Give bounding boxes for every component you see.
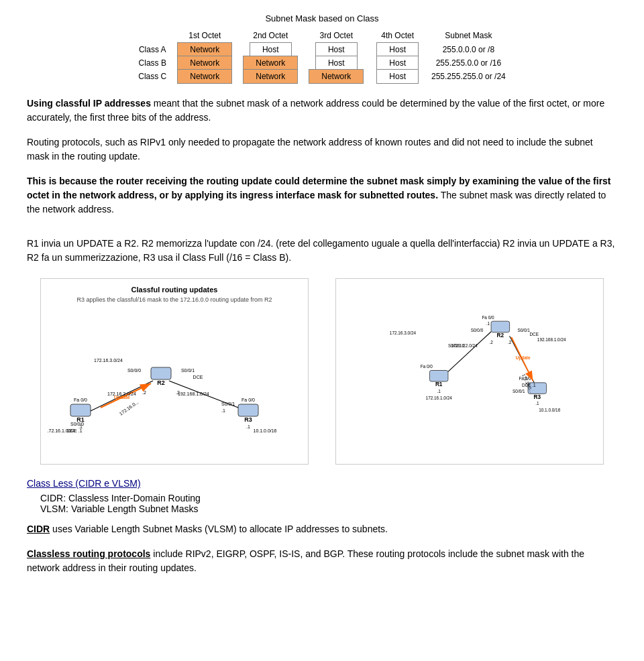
svg-text:10.1.0.0/16: 10.1.0.0/16 — [253, 428, 276, 433]
svg-text:S0/0/1: S0/0/1 — [181, 368, 195, 373]
svg-text:.1: .1 — [535, 401, 539, 406]
para2-text: Routing protocols, such as RIPv1 only ne… — [27, 137, 593, 162]
net-label-r2: 172.16.3.0/24 — [390, 330, 417, 335]
col-header-3rd: 3rd Octet — [303, 29, 369, 43]
classless-para1: CIDR uses Variable Length Subnet Masks (… — [27, 522, 617, 536]
class-a-mask: 255.0.0.0 or /8 — [426, 43, 511, 56]
dce-label3-left: S0/0/1 — [221, 402, 235, 406]
classless-list: CIDR: Classless Inter-Domain Routing VLS… — [40, 493, 617, 514]
router-r1-right: R1 Fa 0/0 .1 172.16.1.0/24 — [421, 364, 452, 400]
vlsm-item: VLSM: Variable Length Subnet Masks — [40, 503, 617, 514]
diagram-svg-left: R1 Fa 0/0 .1 172.16.1.0/24 R2 S0/0/0 S0/… — [48, 308, 301, 456]
svg-text:.2: .2 — [489, 340, 493, 345]
svg-text:.1: .1 — [246, 424, 250, 429]
diagram-subtitle: R3 applies the classful/16 mask to the 1… — [48, 296, 301, 303]
s0-label-right: S0/0/0 .2 — [448, 343, 466, 348]
cidr-bold: CIDR — [27, 524, 50, 534]
classless-title: Class Less (CIDR e VLSM) — [27, 478, 617, 489]
table-row-class-b: Class B Network Network Host Host 255.25… — [133, 56, 511, 70]
cidr-text: uses Variable Length Subnet Masks (VLSM)… — [50, 524, 388, 534]
svg-text:172.16.1.0/24: 172.16.1.0/24 — [426, 396, 453, 400]
svg-rect-21 — [491, 321, 510, 333]
class-a-col4: Host — [376, 42, 419, 57]
col-header-empty — [133, 29, 172, 43]
paragraph-3: This is because the router receiving the… — [27, 174, 617, 217]
svg-text:.2: .2 — [508, 340, 512, 345]
diagram-container: Classful routing updates R3 applies the … — [27, 278, 617, 465]
paragraph-2: Routing protocols, such as RIPv1 only ne… — [27, 135, 617, 164]
class-a-col1: Network — [177, 42, 232, 57]
network-label-3: 192.168.1.0/24 — [178, 392, 209, 396]
paragraph-1: Using classful IP addresses meant that t… — [27, 97, 617, 125]
svg-rect-2 — [70, 404, 91, 416]
class-a-label: Class A — [133, 43, 172, 56]
svg-text:.2: .2 — [142, 390, 146, 395]
classless-protocols-bold: Classless routing protocols — [27, 548, 150, 559]
class-a-col2: Host — [250, 42, 292, 57]
svg-text:Fa 0/0: Fa 0/0 — [74, 398, 87, 402]
class-c-col4: Host — [376, 69, 419, 84]
class-b-col1: Network — [177, 56, 232, 70]
class-a-col3: Host — [315, 42, 358, 57]
router-r2-right: R2 Fa 0/0 .1 S0/0/0 S0/0/1 DCE .2 .2 — [471, 315, 539, 345]
network-label-2: 172.16.3.0/24 — [94, 358, 123, 363]
subnet-table-section: Subnet Mask based on Class 1st Octet 2nd… — [27, 13, 617, 83]
class-c-col2: Network — [243, 69, 298, 84]
net-label-r3: 192.168.1.0/24 — [537, 337, 566, 342]
diagram-title: Classful routing updates — [48, 286, 301, 294]
svg-rect-30 — [429, 371, 448, 382]
update-label-right: Update — [516, 355, 531, 361]
classless-para2: Classless routing protocols include RIPv… — [27, 547, 617, 575]
svg-text:R2: R2 — [497, 333, 504, 339]
svg-text:.1: .1 — [486, 321, 490, 326]
line-r2-r1-right — [448, 332, 491, 372]
svg-text:10.1.0.0/16: 10.1.0.0/16 — [539, 408, 560, 412]
svg-text:S0/0/0: S0/0/0 — [471, 328, 484, 333]
class-c-label: Class C — [133, 70, 172, 83]
svg-text:R3: R3 — [534, 394, 541, 400]
col-header-4th: 4th Octet — [369, 29, 426, 43]
diagram-right: R2 Fa 0/0 .1 S0/0/0 S0/0/1 DCE .2 .2 R1 … — [335, 278, 604, 465]
router-r2-left: R2 S0/0/0 S0/0/1 DCE .2 .2 — [127, 367, 203, 395]
para1-bold: Using classful IP addresses — [27, 98, 151, 109]
subnet-table-title: Subnet Mask based on Class — [27, 13, 617, 23]
class-c-col3: Network — [309, 69, 364, 84]
svg-text:S0/0/0: S0/0/0 — [127, 368, 141, 373]
table-row-class-c: Class C Network Network Network Host 255… — [133, 70, 511, 83]
svg-text:S0/0/1: S0/0/1 — [517, 328, 530, 333]
class-c-mask: 255.255.255.0 or /24 — [426, 70, 511, 83]
svg-text:DCE: DCE — [193, 375, 203, 379]
svg-text:R1: R1 — [435, 381, 443, 387]
svg-text:Fa 0/0: Fa 0/0 — [421, 364, 433, 369]
table-row-class-a: Class A Network Host Host Host 255.0.0.0… — [133, 43, 511, 56]
col-header-mask: Subnet Mask — [426, 29, 511, 43]
network-label-1: 172.16.2.0/24 — [107, 392, 136, 396]
dce-label-left: S0/0/0 — [70, 422, 84, 426]
col-header-1st: 1st Octet — [172, 29, 237, 43]
svg-text:S0/0/1: S0/0/1 — [513, 389, 525, 394]
class-b-col4: Host — [376, 56, 419, 70]
paragraph-4: R1 invia un UPDATE a R2. R2 memorizza l'… — [27, 237, 617, 265]
svg-text:R3: R3 — [244, 416, 252, 423]
dce-label2-left: DCE .1 — [67, 428, 83, 433]
class-c-col1: Network — [177, 69, 232, 84]
class-b-col3: Host — [315, 56, 358, 70]
svg-text:Fa 0/0: Fa 0/0 — [482, 315, 494, 320]
svg-text:DCE: DCE — [529, 332, 539, 337]
svg-rect-7 — [151, 367, 171, 379]
classless-section: Class Less (CIDR e VLSM) CIDR: Classless… — [27, 478, 617, 575]
class-b-col2: Network — [243, 56, 298, 70]
dce-label4-left: .1 — [221, 408, 225, 413]
svg-text:R2: R2 — [157, 379, 165, 386]
class-b-label: Class B — [133, 56, 172, 70]
dce-label-right: DCE .1 — [522, 383, 536, 387]
para4-text: R1 invia un UPDATE a R2. R2 memorizza l'… — [27, 238, 614, 263]
router-r3-right: R3 Fa 0/0 .1 10.1.0.0/16 S0/0/1 — [513, 376, 561, 412]
diag-label-left: 172.16.0... — [119, 400, 140, 416]
class-b-mask: 255.255.0.0 or /16 — [426, 56, 511, 70]
svg-text:Fa 0/0: Fa 0/0 — [241, 398, 255, 402]
svg-text:.1: .1 — [437, 389, 441, 394]
subnet-mask-table: 1st Octet 2nd Octet 3rd Octet 4th Octet … — [133, 29, 511, 83]
svg-rect-14 — [238, 404, 258, 416]
diagram-svg-right: R2 Fa 0/0 .1 S0/0/0 S0/0/1 DCE .2 .2 R1 … — [343, 286, 596, 433]
